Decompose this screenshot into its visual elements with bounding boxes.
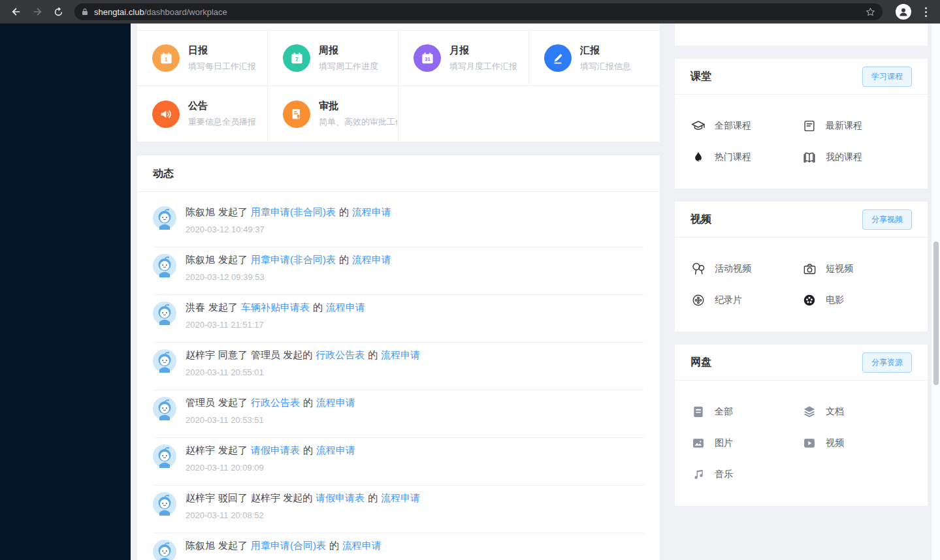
form-link[interactable]: 请假申请表 <box>316 492 365 505</box>
feed-item: 陈叙旭 发起了 用章申请(合同)表 的 流程申请 <box>137 533 660 560</box>
netdisk-item-images[interactable]: 图片 <box>690 428 802 459</box>
film-reel-filled-icon <box>802 293 817 307</box>
panel-title: 视频 <box>690 213 711 226</box>
netdisk-item-music[interactable]: 音乐 <box>690 459 802 490</box>
form-link[interactable]: 用章申请(非合同)表 <box>251 254 336 266</box>
user-avatar <box>153 302 176 325</box>
flow-link[interactable]: 流程申请 <box>381 349 420 362</box>
feed-item: 陈叙旭 发起了 用章申请(非合同)表 的 流程申请 2020-03-12 10:… <box>137 200 660 247</box>
netdisk-item-all[interactable]: 全部 <box>690 396 802 428</box>
quick-action-desc: 重要信息全员播报 <box>188 116 256 128</box>
feed-of: 的 <box>313 302 323 314</box>
quick-action-weekly-report[interactable]: 7 周报 填写周工作进度 <box>268 31 398 86</box>
user-avatar <box>153 444 176 468</box>
feed-list: 陈叙旭 发起了 用章申请(非合同)表 的 流程申请 2020-03-12 10:… <box>137 192 660 560</box>
film-reel-outline-icon <box>690 293 706 307</box>
feed-of: 的 <box>303 444 313 457</box>
play-icon <box>802 437 817 450</box>
feed-timestamp: 2020-03-11 21:51:17 <box>186 320 365 330</box>
flow-link[interactable]: 流程申请 <box>326 302 365 314</box>
classroom-item-hot-courses[interactable]: 热门课程 <box>690 142 802 173</box>
user-avatar <box>153 349 176 373</box>
flow-link[interactable]: 流程申请 <box>316 397 355 409</box>
quick-action-announcement[interactable]: 公告 重要信息全员播报 <box>137 86 268 142</box>
study-courses-button[interactable]: 学习课程 <box>862 67 912 87</box>
scrollbar-thumb[interactable] <box>933 241 939 385</box>
browser-menu-button[interactable] <box>919 4 932 20</box>
feed-user: 赵梓宇 <box>186 492 215 505</box>
scrollbar-track[interactable] <box>932 23 940 560</box>
form-link[interactable]: 用章申请(非合同)表 <box>251 206 336 219</box>
panel-item-label: 热门课程 <box>715 151 751 163</box>
flame-icon <box>690 150 706 164</box>
star-icon <box>865 7 876 18</box>
feed-verb: 同意了 <box>218 349 248 362</box>
feed-of: 的 <box>339 206 349 219</box>
flow-link[interactable]: 流程申请 <box>316 444 355 457</box>
document-icon <box>690 405 706 419</box>
form-link[interactable]: 行政公告表 <box>316 349 365 362</box>
user-avatar <box>153 492 176 516</box>
form-link[interactable]: 请假申请表 <box>251 444 300 457</box>
scrolled-card-remainder <box>675 23 928 46</box>
feed-verb: 驳回了 <box>218 492 248 505</box>
quick-action-title: 日报 <box>188 44 256 57</box>
forward-button[interactable] <box>27 2 47 22</box>
svg-text:7: 7 <box>295 55 299 62</box>
approval-doc-icon <box>283 101 310 128</box>
panel-title: 课堂 <box>690 70 711 84</box>
flow-link[interactable]: 流程申请 <box>352 254 391 266</box>
flow-link[interactable]: 流程申请 <box>352 206 391 219</box>
panel-item-label: 电影 <box>826 294 844 306</box>
video-item-short-videos[interactable]: 短视频 <box>802 253 913 285</box>
quick-action-title: 月报 <box>449 44 517 57</box>
panel-item-label: 最新课程 <box>826 120 862 132</box>
svg-text:31: 31 <box>425 56 430 62</box>
quick-action-approval[interactable]: 审批 简单、高效的审批工作 <box>268 86 398 142</box>
quick-action-desc: 填写每日工作汇报 <box>188 61 256 72</box>
daily-calendar-icon: 1 <box>152 44 180 72</box>
quick-action-monthly-report[interactable]: 31 月报 填写月度工作汇报 <box>398 31 529 86</box>
flow-link[interactable]: 流程申请 <box>342 540 381 552</box>
feed-verb: 发起了 <box>218 397 248 409</box>
quick-action-daily-report[interactable]: 1 日报 填写每日工作汇报 <box>137 31 268 86</box>
activity-feed-card: 动态 陈叙旭 发起了 用章申请(非合同)表 的 <box>137 155 660 560</box>
form-link[interactable]: 车辆补贴申请表 <box>241 302 310 314</box>
feed-item: 管理员 发起了 行政公告表 的 流程申请 2020-03-11 20:53:51 <box>137 390 660 438</box>
feed-timestamp: 2020-03-11 20:09:09 <box>186 463 355 473</box>
netdisk-item-docs[interactable]: 文档 <box>802 396 913 428</box>
feed-origin: 赵梓宇 发起的 <box>251 492 312 505</box>
share-resources-button[interactable]: 分享资源 <box>862 352 912 373</box>
bookmark-star-button[interactable] <box>865 7 876 18</box>
netdisk-item-videos[interactable]: 视频 <box>802 428 913 459</box>
notebook-icon <box>802 119 817 133</box>
panel-item-label: 图片 <box>715 437 733 449</box>
back-button[interactable] <box>7 2 26 22</box>
panel-item-label: 活动视频 <box>715 263 751 275</box>
url-bar[interactable]: shengtai.club/dashboard/workplace <box>74 3 883 20</box>
classroom-item-my-courses[interactable]: 我的课程 <box>802 142 913 173</box>
panel-item-label: 短视频 <box>826 263 853 275</box>
quick-actions-top-strip <box>137 23 660 31</box>
feed-user: 赵梓宇 <box>186 349 215 362</box>
video-item-documentaries[interactable]: 纪录片 <box>690 285 802 316</box>
classroom-item-all-courses[interactable]: 全部课程 <box>690 110 802 142</box>
reload-button[interactable] <box>48 2 68 22</box>
forward-arrow-icon <box>31 6 43 18</box>
classroom-item-newest-courses[interactable]: 最新课程 <box>802 110 913 142</box>
music-note-icon <box>690 467 706 482</box>
layers-icon <box>802 405 817 419</box>
feed-verb: 发起了 <box>218 206 248 219</box>
video-item-movies[interactable]: 电影 <box>802 285 913 316</box>
user-avatar <box>153 540 176 560</box>
browser-profile-button[interactable] <box>896 4 911 20</box>
feed-of: 的 <box>368 492 378 505</box>
form-link[interactable]: 行政公告表 <box>251 397 300 409</box>
quick-action-report[interactable]: 汇报 填写汇报信息 <box>529 31 660 86</box>
feed-user: 陈叙旭 <box>186 206 215 219</box>
flow-link[interactable]: 流程申请 <box>381 492 420 505</box>
video-item-activity-videos[interactable]: 活动视频 <box>690 253 802 285</box>
share-video-button[interactable]: 分享视频 <box>862 210 912 230</box>
feed-item: 陈叙旭 发起了 用章申请(非合同)表 的 流程申请 2020-03-12 09:… <box>137 247 660 295</box>
form-link[interactable]: 用章申请(合同)表 <box>251 540 326 552</box>
